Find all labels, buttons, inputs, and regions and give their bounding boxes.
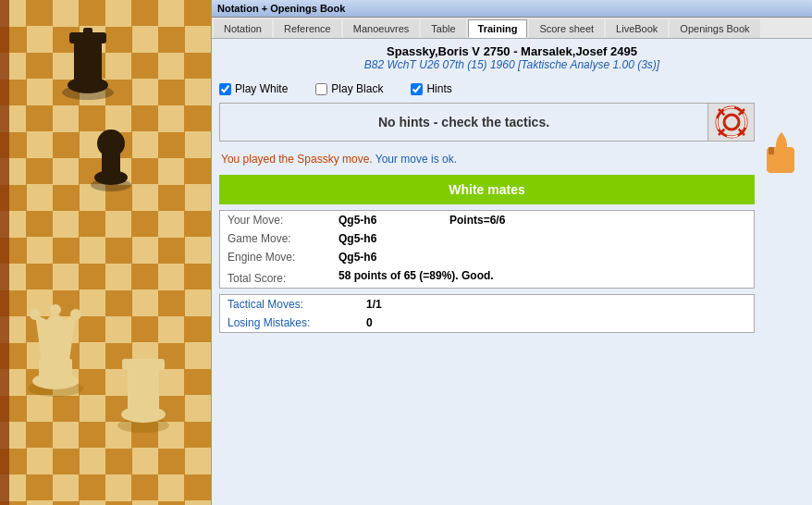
game-move-row: Game Move: Qg5-h6 [220, 229, 754, 248]
losing-mistakes-value: 0 [359, 314, 754, 332]
losing-mistakes-label: Losing Mistakes: [220, 314, 359, 332]
total-score-label: Total Score: [220, 266, 331, 288]
thumbs-up-icon [763, 130, 800, 185]
svg-rect-31 [769, 147, 774, 154]
checkboxes-row: Play White Play Black Hints [219, 80, 755, 97]
hints-checkbox[interactable]: Hints [411, 82, 451, 95]
your-move-row: Your Move: Qg5-h6 Points=6/6 [220, 211, 754, 229]
tab-bar: Notation Reference Manoeuvres Table Trai… [212, 18, 812, 39]
svg-rect-30 [767, 154, 774, 171]
your-move-label: Your Move: [220, 211, 331, 229]
svg-point-18 [32, 373, 79, 389]
content-area: Spassky,Boris V 2750 - Marsalek,Josef 24… [212, 39, 812, 505]
tactical-moves-label: Tactical Moves: [220, 295, 359, 314]
hints-input[interactable] [411, 83, 423, 95]
tactical-moves-row: Tactical Moves: 1/1 [220, 295, 754, 314]
play-white-checkbox[interactable]: Play White [219, 82, 288, 95]
lifesaver-icon [715, 105, 748, 139]
hints-label: Hints [426, 82, 451, 95]
your-move-value: Qg5-h6 [331, 211, 442, 229]
play-black-checkbox[interactable]: Play Black [315, 82, 383, 95]
title-bar-label: Notation + Openings Book [217, 3, 345, 14]
tab-training[interactable]: Training [468, 19, 528, 38]
tactical-moves-value: 1/1 [359, 295, 754, 314]
mates-bar: White mates [219, 175, 755, 204]
panel-with-icons: Play White Play Black Hints No hints - c… [219, 75, 805, 333]
tab-manoeuvres[interactable]: Manoeuvres [343, 19, 420, 38]
svg-rect-21 [122, 359, 165, 370]
tab-livebook[interactable]: LiveBook [606, 19, 668, 38]
feedback-part1: You played the Spassky move. [221, 153, 375, 166]
hint-box: No hints - check the tactics. [219, 103, 755, 142]
svg-rect-20 [128, 365, 159, 412]
hint-text: No hints - check the tactics. [220, 104, 707, 141]
feedback-part2: Your move is ok. [375, 153, 457, 166]
svg-rect-0 [0, 0, 9, 505]
svg-point-14 [50, 304, 61, 315]
svg-point-10 [94, 170, 128, 185]
losing-mistakes-row: Losing Mistakes: 0 [220, 314, 754, 332]
play-black-input[interactable] [315, 83, 327, 95]
your-move-points: Points=6/6 [442, 211, 754, 229]
title-bar: Notation + Openings Book [212, 0, 812, 18]
score-table: Your Move: Qg5-h6 Points=6/6 Game Move: … [219, 210, 755, 289]
svg-point-6 [68, 77, 108, 93]
total-score-row: Total Score: 58 points of 65 (=89%). Goo… [220, 266, 754, 288]
panel-main: Play White Play Black Hints No hints - c… [219, 75, 755, 333]
tab-reference[interactable]: Reference [274, 19, 341, 38]
right-panel: Notation + Openings Book Notation Refere… [211, 0, 812, 505]
match-subtitle-italic: [Taktische Analyse 1.00 (3s)] [518, 58, 659, 71]
hint-icon-button[interactable] [707, 104, 754, 141]
match-header: Spassky,Boris V 2750 - Marsalek,Josef 24… [219, 44, 805, 71]
tab-openingsbook[interactable]: Openings Book [670, 19, 759, 38]
tab-table[interactable]: Table [421, 19, 465, 38]
svg-point-24 [724, 115, 739, 129]
engine-move-row: Engine Move: Qg5-h6 [220, 248, 754, 266]
total-score-value: 58 points of 65 (=89%). Good. [331, 266, 754, 288]
game-move-value: Qg5-h6 [331, 229, 442, 248]
engine-move-label: Engine Move: [220, 248, 331, 266]
svg-rect-5 [79, 33, 97, 37]
game-move-label: Game Move: [220, 229, 331, 248]
panel-icons [758, 75, 805, 333]
play-white-label: Play White [235, 82, 288, 95]
tab-scoresheet[interactable]: Score sheet [529, 19, 604, 38]
match-title: Spassky,Boris V 2750 - Marsalek,Josef 24… [219, 44, 805, 58]
stats-table: Tactical Moves: 1/1 Losing Mistakes: 0 [219, 294, 755, 333]
match-subtitle: B82 WchT U26 07th (15) 1960 [Taktische A… [219, 58, 805, 71]
play-black-label: Play Black [331, 82, 383, 95]
tab-notation[interactable]: Notation [214, 19, 272, 38]
engine-move-value: Qg5-h6 [331, 248, 442, 266]
match-subtitle-plain: B82 WchT U26 07th (15) 1960 [364, 58, 518, 71]
play-white-input[interactable] [219, 83, 231, 95]
feedback-text: You played the Spassky move. Your move i… [219, 147, 755, 171]
svg-point-22 [121, 406, 166, 423]
chess-board [0, 0, 211, 505]
